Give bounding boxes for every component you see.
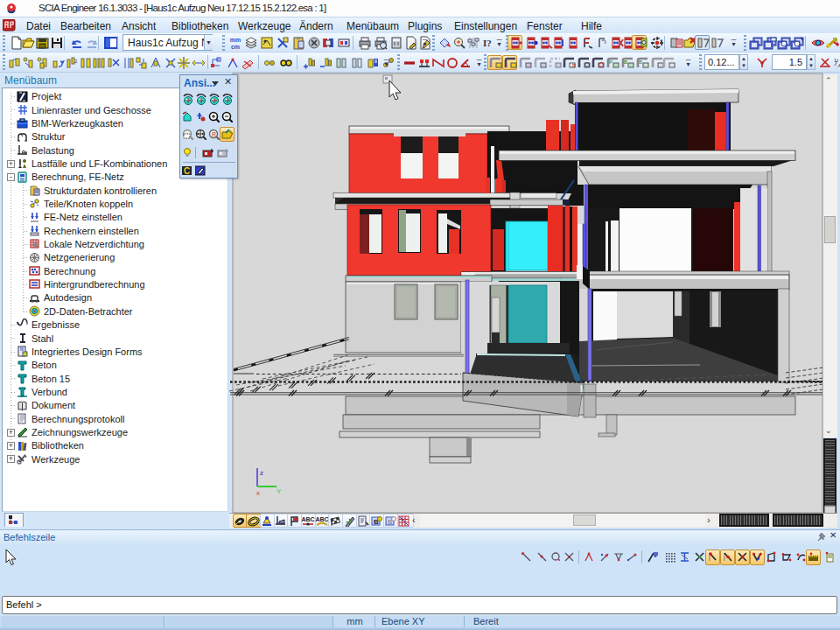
svg-text:x: x bbox=[256, 489, 260, 497]
svg-text:C: C bbox=[184, 166, 190, 176]
svg-text:ABC: ABC bbox=[315, 516, 328, 522]
svg-text:R: R bbox=[212, 131, 216, 137]
svg-text:Y: Y bbox=[276, 487, 282, 495]
svg-text:ABC: ABC bbox=[301, 516, 314, 522]
svg-text:z: z bbox=[260, 469, 263, 477]
